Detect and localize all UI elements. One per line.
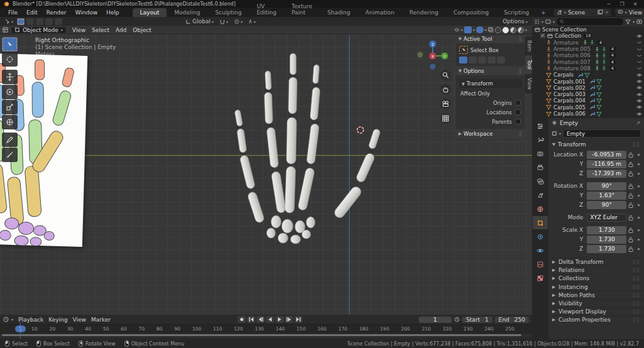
scale-tool[interactable] <box>2 100 18 114</box>
timeline-track-area[interactable] <box>0 334 532 337</box>
outliner-row[interactable]: ✓ Armature.008 4 <box>532 65 644 72</box>
workspace-tab[interactable]: Scripting <box>496 8 536 17</box>
object-name-input[interactable]: Empty <box>563 129 641 138</box>
shading-wireframe-button[interactable] <box>495 27 501 33</box>
sidebar-tab[interactable]: View <box>525 74 532 94</box>
animate-dot[interactable] <box>635 154 641 156</box>
workspace-tab[interactable]: Texture Paint <box>284 2 320 17</box>
add-workspace-button[interactable]: + <box>536 8 550 17</box>
measure-tool[interactable] <box>2 148 18 162</box>
viewport-menu-item[interactable]: Object <box>130 27 154 33</box>
lock-icon[interactable] <box>626 215 635 220</box>
next-keyframe-button[interactable] <box>285 316 293 323</box>
shading-solid-button[interactable] <box>502 27 509 33</box>
perspective-toggle-button[interactable] <box>440 113 451 124</box>
sidebar-tab[interactable]: Item <box>525 36 532 55</box>
options-panel-header[interactable]: ▼ Options ⣿ <box>456 67 525 75</box>
record-button[interactable] <box>238 316 246 323</box>
snap-dropdown[interactable]: ▾ <box>218 18 230 25</box>
menu-item[interactable]: Render <box>42 9 71 16</box>
previous-keyframe-button[interactable] <box>257 316 265 323</box>
collection-checkbox[interactable]: ✓ <box>540 33 545 38</box>
mode-subtract[interactable] <box>478 57 486 63</box>
viewport-3d[interactable]: Right Orthographic (1) Scene Collection … <box>0 35 532 315</box>
new-scene-icon[interactable] <box>597 9 603 15</box>
checkbox[interactable] <box>515 109 521 115</box>
transform-subpanel[interactable]: ▼ Transform <box>459 79 522 88</box>
checkbox[interactable] <box>515 100 521 106</box>
breadcrumb-object-name[interactable]: Empty <box>560 120 578 126</box>
eye-open-icon[interactable] <box>636 104 642 110</box>
tab-world[interactable] <box>533 202 548 215</box>
outliner-row[interactable]: ✓ Carpals.002 <box>532 85 644 91</box>
mode-selector[interactable]: Object Mode ▾ <box>11 26 67 34</box>
outliner-row[interactable]: ✓ Armature.007 4 <box>532 58 644 65</box>
tab-object-data[interactable] <box>533 258 548 271</box>
tab-physics[interactable] <box>533 244 548 257</box>
new-collection-icon[interactable] <box>636 19 642 24</box>
workspace-tab[interactable]: Animation <box>358 8 402 17</box>
eye-open-icon[interactable] <box>636 98 642 104</box>
lock-icon[interactable] <box>626 202 635 208</box>
animate-dot[interactable] <box>635 173 641 175</box>
shading-material-button[interactable] <box>510 27 516 33</box>
animate-dot[interactable] <box>635 163 641 165</box>
visibility-dropdown-icon[interactable] <box>454 27 460 33</box>
close-icon[interactable]: ✕ <box>605 10 609 15</box>
viewport-menu-item[interactable]: Select <box>89 27 113 33</box>
gizmos-toggle[interactable] <box>464 26 472 33</box>
outliner-row[interactable]: ✓ Armature.006 4 <box>532 52 644 58</box>
camera-view-button[interactable] <box>440 99 451 109</box>
rotate-tool[interactable] <box>2 85 18 99</box>
outliner-row[interactable]: ✓ Collection 19 <box>532 33 644 39</box>
field-value[interactable]: 90° <box>587 201 626 209</box>
tab-texture[interactable] <box>533 271 548 285</box>
properties-editor-icon[interactable] <box>533 119 548 133</box>
eye-open-icon[interactable] <box>636 79 642 84</box>
lock-icon[interactable] <box>626 152 635 158</box>
active-tool-panel-header[interactable]: ▼ Active Tool ⣿ <box>456 35 525 43</box>
field-value[interactable]: -116.95 m <box>587 160 626 168</box>
menu-item[interactable]: Edit <box>22 9 42 16</box>
navigation-gizmo[interactable]: Z Y X <box>416 37 449 70</box>
tab-render[interactable] <box>533 147 548 160</box>
lock-icon[interactable] <box>626 227 635 233</box>
animate-dot[interactable] <box>635 229 641 231</box>
workspace-tab[interactable]: Sculpting <box>208 8 249 17</box>
select-mode-intersect[interactable] <box>55 18 62 25</box>
workspace-tab[interactable]: Shading <box>319 8 358 17</box>
collapsed-panel-header[interactable]: ▶ Visibility ⣿⣿ <box>548 299 644 307</box>
eye-closed-icon[interactable] <box>636 40 642 45</box>
clock-editor-icon[interactable] <box>3 317 9 322</box>
eye-closed-icon[interactable] <box>636 65 642 71</box>
outliner-row[interactable]: ✓ Carpals.005 <box>532 104 644 111</box>
workspace-tab[interactable]: Compositing <box>446 8 496 17</box>
workspace-tab[interactable]: Rendering <box>402 8 446 17</box>
timeline-scrollbar[interactable] <box>2 334 521 336</box>
outliner-row[interactable]: ✓ Armature 4 <box>532 40 644 46</box>
field-value[interactable]: -17.393 m <box>587 170 626 178</box>
pin-icon[interactable]: 📌︎ <box>635 120 641 126</box>
overlays-toggle[interactable] <box>476 26 484 33</box>
tab-constraints[interactable] <box>533 230 548 243</box>
select-mode-subtract[interactable] <box>36 18 43 25</box>
active-tool-selector[interactable]: ▾ <box>3 18 15 25</box>
tab-object[interactable] <box>533 216 548 229</box>
field-value[interactable]: 1.63° <box>587 192 626 200</box>
eye-open-icon[interactable] <box>636 72 642 78</box>
animate-dot[interactable] <box>635 239 641 241</box>
auto-keying-clock-icon[interactable] <box>454 317 460 322</box>
shading-rendered-button[interactable] <box>518 27 524 33</box>
animate-dot[interactable] <box>635 195 641 197</box>
animate-dot[interactable] <box>635 185 641 187</box>
play-button[interactable] <box>275 316 284 323</box>
tab-tool[interactable] <box>533 133 548 146</box>
workspace-tab[interactable]: UV Editing <box>249 2 284 17</box>
mode-new[interactable] <box>459 57 467 63</box>
collapsed-panel-header[interactable]: ▶ Motion Paths ⣿⣿ <box>548 291 644 299</box>
animate-dot[interactable] <box>635 248 641 250</box>
lock-icon[interactable] <box>626 246 635 252</box>
jump-to-start-button[interactable] <box>247 316 255 323</box>
eye-closed-icon[interactable] <box>636 53 642 58</box>
mode-invert[interactable] <box>487 57 496 63</box>
